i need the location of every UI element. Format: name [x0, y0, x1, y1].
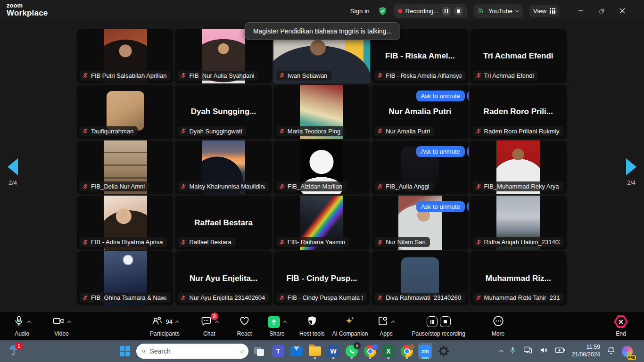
minimize-button[interactable]	[570, 3, 591, 19]
tray-expand-caret[interactable]	[499, 350, 503, 354]
teams-app-icon[interactable]: T	[271, 343, 285, 359]
restore-button[interactable]	[591, 3, 612, 19]
host-tools-button[interactable]: Host tools	[299, 316, 324, 337]
participant-avatar	[107, 91, 144, 131]
tray-microphone-icon[interactable]	[509, 346, 517, 356]
apps-button[interactable]: Apps	[377, 316, 395, 337]
copilot-icon[interactable]: PRE	[622, 346, 633, 357]
sign-in-link[interactable]: Sign in	[350, 8, 370, 15]
participant-name-text: FIB_Nur Aulia Syahdani	[189, 72, 254, 79]
react-button[interactable]: React	[237, 316, 252, 337]
participant-tile[interactable]: Nur Ayu Enjelita...Nur Ayu Enjelita 2314…	[175, 251, 272, 305]
stop-recording-toolbar-button[interactable]	[440, 316, 451, 327]
participant-tile[interactable]: Nur Amalia PutriNur Amalia PutriAsk to u…	[372, 85, 468, 139]
participant-tile[interactable]: Maria Teodora Ping	[273, 85, 370, 139]
apps-options-caret[interactable]	[391, 321, 395, 324]
excel-app-icon[interactable]: X	[381, 343, 396, 359]
participant-tile[interactable]: Diva Rahmawati_2314026026	[372, 251, 468, 305]
youtube-live-control[interactable]: YouTube	[473, 4, 523, 18]
video-label: Video	[54, 330, 68, 337]
pause-recording-toolbar-button[interactable]	[427, 316, 438, 327]
participants-label: Participants	[150, 330, 180, 337]
taskbar-clock[interactable]: 11:59 21/08/2024	[572, 344, 600, 358]
chrome-profile-icon[interactable]	[400, 343, 414, 359]
participant-tile[interactable]: FIB_Aulia AnggiAsk to unmute...	[372, 140, 468, 195]
muted-mic-icon	[475, 239, 482, 246]
view-control[interactable]: View	[529, 5, 560, 17]
chat-options-caret[interactable]	[215, 321, 218, 324]
next-page-arrow-icon[interactable]	[626, 158, 636, 175]
share-options-caret[interactable]	[283, 321, 287, 324]
participants-options-caret[interactable]	[175, 321, 179, 324]
tray-speaker-icon[interactable]	[539, 346, 549, 357]
previous-page-arrow-icon[interactable]	[8, 158, 18, 175]
participant-more-button[interactable]: ...	[467, 201, 469, 212]
notification-bell-icon[interactable]: z	[606, 346, 616, 357]
participant-name-label: FIB_Alzidan Marlian	[276, 181, 347, 191]
participant-tile[interactable]: Tri Achmad EfendiTri Achmad Efendi	[470, 29, 567, 83]
participant-tile[interactable]: Taufiqurrahman	[77, 85, 173, 139]
start-button[interactable]	[118, 344, 132, 358]
zoom-workplace-logo: zoom Workplace	[7, 2, 48, 17]
windows-taskbar: 1 T W 8 X	[0, 340, 644, 362]
participant-tile[interactable]: FIB_Muhammad Reky Arya Nu...	[470, 140, 567, 195]
search-input[interactable]	[149, 347, 235, 355]
tray-cast-icon[interactable]	[523, 346, 533, 357]
stop-recording-button[interactable]	[454, 7, 463, 16]
participant-tile[interactable]: FIB_Delia Nur Amni	[77, 140, 173, 195]
participant-more-button[interactable]: ...	[467, 90, 469, 101]
ai-companion-button[interactable]: AI Companion	[332, 316, 368, 337]
word-app-icon[interactable]: W	[326, 343, 340, 359]
taskbar-search[interactable]	[136, 344, 248, 359]
participant-tile[interactable]: Raden Roro Prili...Raden Roro Priliani R…	[470, 85, 567, 139]
participant-tile[interactable]: FIB Putri Salsabilah Apriliani	[77, 29, 173, 83]
muted-mic-icon	[377, 295, 383, 301]
audio-options-caret[interactable]	[27, 321, 31, 324]
task-view-button[interactable]	[253, 343, 267, 359]
participant-tile[interactable]: FIB_Ghina Tsamara & Nawaal ...	[77, 251, 173, 305]
security-shield-icon[interactable]	[378, 6, 388, 16]
recording-label: Recording...	[405, 8, 438, 15]
pause-recording-button[interactable]	[442, 7, 451, 16]
file-explorer-icon[interactable]	[308, 343, 322, 359]
chat-button[interactable]: 2 Chat	[200, 316, 218, 337]
participant-tile[interactable]: Muhammad Riz...Muhammad Rizki Tahir_2314…	[470, 251, 567, 305]
participant-tile[interactable]: FIB- Raihana Yasmin	[273, 196, 370, 250]
participants-button[interactable]: 94 Participants	[150, 316, 180, 337]
end-meeting-button[interactable]: End	[614, 316, 628, 337]
video-button[interactable]: Video	[52, 316, 71, 337]
participant-tile[interactable]: FIB_Alzidan Marlian	[273, 140, 370, 195]
participant-tile[interactable]: Maisy Khairunnisa Maulidina	[175, 140, 272, 195]
muted-mic-icon	[279, 128, 285, 134]
participant-tile[interactable]: Ridha Ariqah Hakim_2314026...	[470, 196, 567, 250]
settings-gear-icon[interactable]	[437, 343, 451, 359]
muted-mic-icon	[279, 295, 285, 301]
participant-name-text: FIB_Aulia Anggi	[386, 183, 429, 190]
ask-to-unmute-button[interactable]: Ask to unmute	[416, 146, 465, 157]
live-stream-icon	[478, 7, 485, 16]
audio-button[interactable]: Audio	[13, 316, 31, 337]
participant-more-button[interactable]: ...	[467, 146, 469, 157]
share-button[interactable]: Share	[268, 316, 286, 337]
ask-to-unmute-button[interactable]: Ask to unmute	[416, 201, 465, 212]
participant-name-label: Maisy Khairunnisa Maulidina	[178, 181, 269, 191]
participant-tile[interactable]: Nur Nilam SariAsk to unmute...	[372, 196, 468, 250]
participant-tile[interactable]: Raffael BestaraRaffael Bestara	[175, 196, 272, 250]
participant-name-label: Tri Achmad Efendi	[473, 71, 538, 81]
weather-widget[interactable]: 1	[8, 344, 26, 359]
participant-tile[interactable]: Dyah Sungging...Dyah Sunggingwati	[175, 85, 272, 139]
mail-app-icon[interactable]	[289, 343, 304, 359]
participant-name-text: FIB - Cindy Puspa Kumala Sari...	[288, 294, 363, 301]
tray-battery-icon[interactable]	[555, 346, 566, 357]
chrome-icon[interactable]	[363, 343, 377, 359]
ask-to-unmute-button[interactable]: Ask to unmute	[416, 90, 465, 101]
participants-icon	[151, 315, 163, 328]
close-button[interactable]	[612, 3, 633, 19]
more-button[interactable]: More	[492, 316, 504, 337]
video-options-caret[interactable]	[67, 321, 71, 324]
whatsapp-icon[interactable]: 8	[345, 343, 359, 359]
participant-name-text: FIB_Alzidan Marlian	[288, 183, 342, 190]
participant-tile[interactable]: FIB - Cindy Pusp...FIB - Cindy Puspa Kum…	[273, 251, 370, 305]
participant-tile[interactable]: FIB - Adira Riyatma Aprisa	[77, 196, 173, 250]
zoom-app-icon[interactable]: zm	[418, 343, 432, 359]
